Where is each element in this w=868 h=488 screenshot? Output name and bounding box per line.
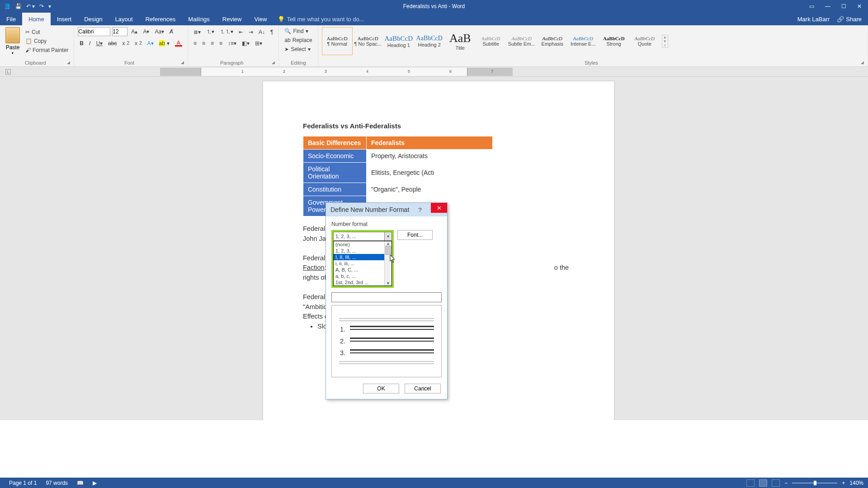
chevron-down-icon[interactable]: ▼ (384, 232, 392, 240)
style-subtle-em[interactable]: AaBbCcDSubtle Em... (506, 27, 537, 55)
justify-icon[interactable]: ≡ (217, 39, 224, 47)
font-size-combo[interactable] (112, 27, 127, 36)
number-style-dropdown[interactable]: (none) 1, 2, 3, ... I, II, III, ... i, i… (333, 241, 392, 286)
align-right-icon[interactable]: ≡ (209, 39, 216, 47)
styles-scroll[interactable]: ▲▼≡ (662, 35, 668, 48)
editing-group-label: Editing (283, 59, 314, 66)
strike-button[interactable]: abc (106, 39, 118, 47)
tab-review[interactable]: Review (216, 13, 248, 25)
table-cell: Elitists, Energetic (Acti (367, 163, 493, 183)
option-ordinal[interactable]: 1st, 2nd, 3rd ... (334, 279, 392, 286)
ok-button[interactable]: OK (363, 384, 399, 394)
tab-mailings[interactable]: Mailings (182, 13, 216, 25)
change-case-icon[interactable]: Aa▾ (153, 28, 166, 36)
font-color-icon[interactable]: A (173, 39, 184, 47)
align-center-icon[interactable]: ≡ (200, 39, 207, 47)
underline-button[interactable]: U▾ (94, 39, 104, 47)
line-spacing-icon[interactable]: ↕≡▾ (226, 39, 238, 47)
decrease-indent-icon[interactable]: ⇤ (237, 28, 245, 36)
style-subtitle[interactable]: AaBbCcDSubtitle (476, 27, 506, 55)
style-heading2[interactable]: AaBbCcDHeading 2 (414, 27, 445, 55)
page-status[interactable]: Page 1 of 1 (5, 480, 41, 486)
grow-font-icon[interactable]: A▴ (129, 28, 139, 36)
format-painter-button[interactable]: 🖌Format Painter (24, 46, 70, 54)
macro-icon[interactable]: ▶ (88, 480, 101, 486)
tell-me-search[interactable]: 💡 Tell me what you want to do... (273, 13, 368, 25)
dropdown-scrollbar[interactable]: ▲▼ (384, 241, 392, 286)
style-intense-em[interactable]: AaBbCcDIntense E... (568, 27, 599, 55)
option-roman-lower[interactable]: i, ii, iii, ... (334, 260, 392, 267)
style-title[interactable]: AaBTitle (445, 27, 476, 55)
font-name-combo[interactable] (78, 27, 110, 36)
zoom-level[interactable]: 140% (849, 480, 863, 486)
subscript-icon[interactable]: x2 (120, 39, 131, 47)
number-style-combo[interactable]: 1, 2, 3, ... ▼ (333, 232, 392, 241)
align-left-icon[interactable]: ≡ (192, 39, 198, 47)
find-button[interactable]: 🔍Find ▾ (283, 27, 314, 35)
highlight-icon[interactable]: ab▾ (157, 39, 171, 47)
tab-references[interactable]: References (139, 13, 182, 25)
style-no-spacing[interactable]: AaBbCcD¶ No Spac... (353, 27, 383, 55)
italic-button[interactable]: I (87, 39, 92, 47)
replace-button[interactable]: abReplace (283, 36, 314, 44)
bullets-icon[interactable]: ≣▾ (192, 28, 203, 36)
tab-insert[interactable]: Insert (51, 13, 78, 25)
vertical-ruler[interactable] (0, 77, 9, 420)
dialog-help-icon[interactable]: ? (416, 206, 424, 213)
cancel-button[interactable]: Cancel (405, 384, 441, 394)
styles-launcher-icon[interactable]: ◢ (861, 60, 864, 65)
user-label[interactable]: Mark LaBarr (797, 16, 830, 23)
sort-icon[interactable]: A↓ (257, 28, 267, 36)
superscript-icon[interactable]: x2 (133, 39, 144, 47)
horizontal-ruler[interactable]: 1 2 3 4 5 6 7 (160, 68, 513, 76)
select-button[interactable]: ➤Select ▾ (283, 45, 314, 53)
option-abc-lower[interactable]: a, b, c, ... (334, 273, 392, 279)
font-launcher-icon[interactable]: ◢ (181, 60, 184, 65)
style-strong[interactable]: AaBbCcDStrong (599, 27, 629, 55)
clipboard-launcher-icon[interactable]: ◢ (67, 60, 70, 65)
option-roman-upper[interactable]: I, II, III, ... (334, 254, 392, 260)
tab-design[interactable]: Design (78, 13, 108, 25)
font-button[interactable]: Font... (397, 230, 433, 240)
text-effects-icon[interactable]: A▾ (146, 39, 156, 47)
bold-button[interactable]: B (78, 39, 85, 47)
zoom-out-icon[interactable]: − (784, 480, 788, 486)
show-marks-icon[interactable]: ¶ (269, 28, 275, 36)
borders-icon[interactable]: ⊞▾ (253, 39, 264, 47)
read-mode-icon[interactable] (746, 479, 755, 487)
copy-button[interactable]: 📋Copy (24, 37, 70, 45)
paste-button[interactable]: Paste ▼ (4, 27, 22, 55)
increase-indent-icon[interactable]: ⇥ (247, 28, 255, 36)
web-layout-icon[interactable] (772, 479, 780, 487)
numbering-icon[interactable]: ⒈▾ (204, 27, 216, 37)
clear-format-icon[interactable]: A̸ (168, 28, 175, 36)
style-heading1[interactable]: AaBbCcDHeading 1 (383, 27, 414, 55)
tab-file[interactable]: File (0, 13, 22, 25)
zoom-in-icon[interactable]: + (842, 480, 845, 486)
print-layout-icon[interactable] (759, 479, 767, 487)
option-none[interactable]: (none) (334, 241, 392, 248)
paste-icon (5, 27, 20, 43)
dialog-close-icon[interactable]: ✕ (431, 203, 447, 213)
tab-layout[interactable]: Layout (109, 13, 139, 25)
shading-icon[interactable]: ◧▾ (240, 39, 251, 47)
style-normal[interactable]: AaBbCcD¶ Normal (322, 27, 353, 55)
table-row-label: Constitution (303, 183, 367, 196)
style-emphasis[interactable]: AaBbCcDEmphasis (537, 27, 568, 55)
tab-view[interactable]: View (248, 13, 273, 25)
tab-selector[interactable]: L (5, 69, 11, 75)
style-quote[interactable]: AaBbCcDQuote (629, 27, 660, 55)
shrink-font-icon[interactable]: A▾ (141, 28, 151, 36)
share-button[interactable]: 🔗 Share (837, 16, 862, 23)
zoom-slider[interactable] (792, 483, 837, 483)
number-format-input[interactable] (331, 292, 442, 302)
proofing-icon[interactable]: 📖 (72, 480, 88, 486)
word-count[interactable]: 97 words (41, 480, 72, 486)
tab-home[interactable]: Home (22, 13, 51, 25)
option-abc-upper[interactable]: A, B, C, ... (334, 267, 392, 273)
multilevel-icon[interactable]: ⒈⒈▾ (218, 27, 235, 37)
option-123[interactable]: 1, 2, 3, ... (334, 248, 392, 254)
cut-button[interactable]: ✂Cut (24, 28, 70, 36)
paragraph-launcher-icon[interactable]: ◢ (272, 60, 275, 65)
styles-gallery[interactable]: AaBbCcD¶ Normal AaBbCcD¶ No Spac... AaBb… (322, 27, 660, 55)
